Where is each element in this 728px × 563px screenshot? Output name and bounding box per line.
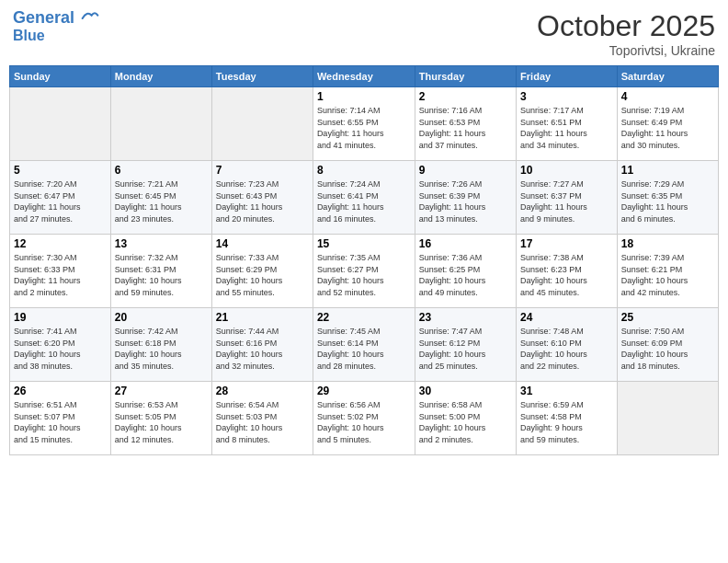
day-number: 3 bbox=[520, 90, 613, 103]
day-number: 4 bbox=[621, 90, 714, 103]
calendar-week-row: 19Sunrise: 7:41 AM Sunset: 6:20 PM Dayli… bbox=[10, 308, 719, 382]
calendar-cell bbox=[211, 87, 313, 161]
day-number: 5 bbox=[14, 164, 107, 177]
day-number: 7 bbox=[216, 164, 309, 177]
day-info: Sunrise: 6:56 AM Sunset: 5:02 PM Dayligh… bbox=[317, 399, 411, 445]
day-of-week-header: Friday bbox=[517, 66, 618, 87]
day-info: Sunrise: 7:50 AM Sunset: 6:09 PM Dayligh… bbox=[621, 326, 714, 372]
day-info: Sunrise: 7:16 AM Sunset: 6:53 PM Dayligh… bbox=[419, 105, 512, 151]
title-block: October 2025 Toporivtsi, Ukraine bbox=[537, 9, 715, 58]
calendar-cell: 26Sunrise: 6:51 AM Sunset: 5:07 PM Dayli… bbox=[10, 382, 111, 455]
page-header: General Blue October 2025 Toporivtsi, Uk… bbox=[9, 9, 719, 58]
day-info: Sunrise: 7:29 AM Sunset: 6:35 PM Dayligh… bbox=[621, 178, 714, 224]
calendar-cell bbox=[10, 87, 111, 161]
day-info: Sunrise: 7:24 AM Sunset: 6:41 PM Dayligh… bbox=[317, 178, 411, 224]
day-of-week-header: Saturday bbox=[617, 66, 718, 87]
day-number: 13 bbox=[115, 237, 208, 250]
day-number: 30 bbox=[419, 385, 512, 397]
calendar-cell: 22Sunrise: 7:45 AM Sunset: 6:14 PM Dayli… bbox=[313, 308, 415, 382]
day-number: 26 bbox=[14, 385, 107, 397]
calendar-cell: 20Sunrise: 7:42 AM Sunset: 6:18 PM Dayli… bbox=[110, 308, 211, 382]
calendar-cell: 29Sunrise: 6:56 AM Sunset: 5:02 PM Dayli… bbox=[313, 382, 415, 455]
calendar-cell: 3Sunrise: 7:17 AM Sunset: 6:51 PM Daylig… bbox=[517, 87, 618, 161]
calendar-cell: 16Sunrise: 7:36 AM Sunset: 6:25 PM Dayli… bbox=[415, 235, 516, 308]
logo-text2: Blue bbox=[13, 28, 99, 44]
day-number: 20 bbox=[115, 311, 208, 324]
calendar-cell: 5Sunrise: 7:20 AM Sunset: 6:47 PM Daylig… bbox=[10, 161, 111, 235]
day-info: Sunrise: 7:23 AM Sunset: 6:43 PM Dayligh… bbox=[216, 178, 309, 224]
calendar-cell: 15Sunrise: 7:35 AM Sunset: 6:27 PM Dayli… bbox=[313, 235, 415, 308]
day-number: 11 bbox=[621, 164, 714, 177]
day-number: 8 bbox=[317, 164, 411, 177]
day-info: Sunrise: 6:51 AM Sunset: 5:07 PM Dayligh… bbox=[14, 399, 107, 445]
day-number: 9 bbox=[419, 164, 512, 177]
month-title: October 2025 bbox=[537, 9, 715, 43]
calendar-week-row: 26Sunrise: 6:51 AM Sunset: 5:07 PM Dayli… bbox=[10, 382, 719, 455]
calendar-week-row: 5Sunrise: 7:20 AM Sunset: 6:47 PM Daylig… bbox=[10, 161, 719, 235]
day-info: Sunrise: 7:41 AM Sunset: 6:20 PM Dayligh… bbox=[14, 326, 107, 372]
calendar-cell: 6Sunrise: 7:21 AM Sunset: 6:45 PM Daylig… bbox=[110, 161, 211, 235]
calendar-week-row: 1Sunrise: 7:14 AM Sunset: 6:55 PM Daylig… bbox=[10, 87, 719, 161]
day-number: 14 bbox=[216, 237, 309, 250]
calendar-cell: 24Sunrise: 7:48 AM Sunset: 6:10 PM Dayli… bbox=[517, 308, 618, 382]
day-of-week-header: Sunday bbox=[10, 66, 111, 87]
calendar-cell: 13Sunrise: 7:32 AM Sunset: 6:31 PM Dayli… bbox=[110, 235, 211, 308]
calendar-cell: 7Sunrise: 7:23 AM Sunset: 6:43 PM Daylig… bbox=[211, 161, 313, 235]
day-info: Sunrise: 7:26 AM Sunset: 6:39 PM Dayligh… bbox=[419, 178, 512, 224]
day-info: Sunrise: 7:47 AM Sunset: 6:12 PM Dayligh… bbox=[419, 326, 512, 372]
day-number: 28 bbox=[216, 385, 309, 397]
calendar-cell: 27Sunrise: 6:53 AM Sunset: 5:05 PM Dayli… bbox=[110, 382, 211, 455]
day-number: 31 bbox=[520, 385, 613, 397]
day-info: Sunrise: 7:27 AM Sunset: 6:37 PM Dayligh… bbox=[520, 178, 613, 224]
day-number: 22 bbox=[317, 311, 411, 324]
day-info: Sunrise: 7:38 AM Sunset: 6:23 PM Dayligh… bbox=[520, 252, 613, 298]
day-info: Sunrise: 7:30 AM Sunset: 6:33 PM Dayligh… bbox=[14, 252, 107, 298]
day-number: 18 bbox=[621, 237, 714, 250]
location-title: Toporivtsi, Ukraine bbox=[537, 43, 715, 58]
calendar-cell: 11Sunrise: 7:29 AM Sunset: 6:35 PM Dayli… bbox=[617, 161, 718, 235]
day-info: Sunrise: 7:19 AM Sunset: 6:49 PM Dayligh… bbox=[621, 105, 714, 151]
calendar-cell: 4Sunrise: 7:19 AM Sunset: 6:49 PM Daylig… bbox=[617, 87, 718, 161]
calendar-cell: 8Sunrise: 7:24 AM Sunset: 6:41 PM Daylig… bbox=[313, 161, 415, 235]
day-info: Sunrise: 7:39 AM Sunset: 6:21 PM Dayligh… bbox=[621, 252, 714, 298]
calendar-cell: 31Sunrise: 6:59 AM Sunset: 4:58 PM Dayli… bbox=[517, 382, 618, 455]
day-number: 19 bbox=[14, 311, 107, 324]
calendar-cell: 30Sunrise: 6:58 AM Sunset: 5:00 PM Dayli… bbox=[415, 382, 516, 455]
logo: General Blue bbox=[13, 9, 99, 44]
day-info: Sunrise: 7:32 AM Sunset: 6:31 PM Dayligh… bbox=[115, 252, 208, 298]
day-info: Sunrise: 7:21 AM Sunset: 6:45 PM Dayligh… bbox=[115, 178, 208, 224]
day-number: 25 bbox=[621, 311, 714, 324]
calendar-cell: 28Sunrise: 6:54 AM Sunset: 5:03 PM Dayli… bbox=[211, 382, 313, 455]
day-number: 12 bbox=[14, 237, 107, 250]
day-info: Sunrise: 7:44 AM Sunset: 6:16 PM Dayligh… bbox=[216, 326, 309, 372]
day-info: Sunrise: 6:54 AM Sunset: 5:03 PM Dayligh… bbox=[216, 399, 309, 445]
day-number: 23 bbox=[419, 311, 512, 324]
calendar-cell: 19Sunrise: 7:41 AM Sunset: 6:20 PM Dayli… bbox=[10, 308, 111, 382]
calendar-cell bbox=[617, 382, 718, 455]
calendar-cell: 1Sunrise: 7:14 AM Sunset: 6:55 PM Daylig… bbox=[313, 87, 415, 161]
day-info: Sunrise: 6:58 AM Sunset: 5:00 PM Dayligh… bbox=[419, 399, 512, 445]
day-info: Sunrise: 7:20 AM Sunset: 6:47 PM Dayligh… bbox=[14, 178, 107, 224]
calendar-cell: 25Sunrise: 7:50 AM Sunset: 6:09 PM Dayli… bbox=[617, 308, 718, 382]
logo-text: General bbox=[13, 9, 99, 28]
day-number: 16 bbox=[419, 237, 512, 250]
day-info: Sunrise: 7:48 AM Sunset: 6:10 PM Dayligh… bbox=[520, 326, 613, 372]
calendar-week-row: 12Sunrise: 7:30 AM Sunset: 6:33 PM Dayli… bbox=[10, 235, 719, 308]
calendar-table: SundayMondayTuesdayWednesdayThursdayFrid… bbox=[9, 65, 719, 455]
day-info: Sunrise: 7:33 AM Sunset: 6:29 PM Dayligh… bbox=[216, 252, 309, 298]
day-info: Sunrise: 7:14 AM Sunset: 6:55 PM Dayligh… bbox=[317, 105, 411, 151]
calendar-cell: 10Sunrise: 7:27 AM Sunset: 6:37 PM Dayli… bbox=[517, 161, 618, 235]
day-info: Sunrise: 6:53 AM Sunset: 5:05 PM Dayligh… bbox=[115, 399, 208, 445]
day-number: 24 bbox=[520, 311, 613, 324]
day-of-week-header: Wednesday bbox=[313, 66, 415, 87]
day-info: Sunrise: 7:35 AM Sunset: 6:27 PM Dayligh… bbox=[317, 252, 411, 298]
day-info: Sunrise: 7:17 AM Sunset: 6:51 PM Dayligh… bbox=[520, 105, 613, 151]
calendar-cell bbox=[110, 87, 211, 161]
day-of-week-header: Tuesday bbox=[211, 66, 313, 87]
calendar-cell: 14Sunrise: 7:33 AM Sunset: 6:29 PM Dayli… bbox=[211, 235, 313, 308]
day-number: 17 bbox=[520, 237, 613, 250]
day-number: 21 bbox=[216, 311, 309, 324]
day-number: 15 bbox=[317, 237, 411, 250]
calendar-cell: 17Sunrise: 7:38 AM Sunset: 6:23 PM Dayli… bbox=[517, 235, 618, 308]
calendar-cell: 21Sunrise: 7:44 AM Sunset: 6:16 PM Dayli… bbox=[211, 308, 313, 382]
